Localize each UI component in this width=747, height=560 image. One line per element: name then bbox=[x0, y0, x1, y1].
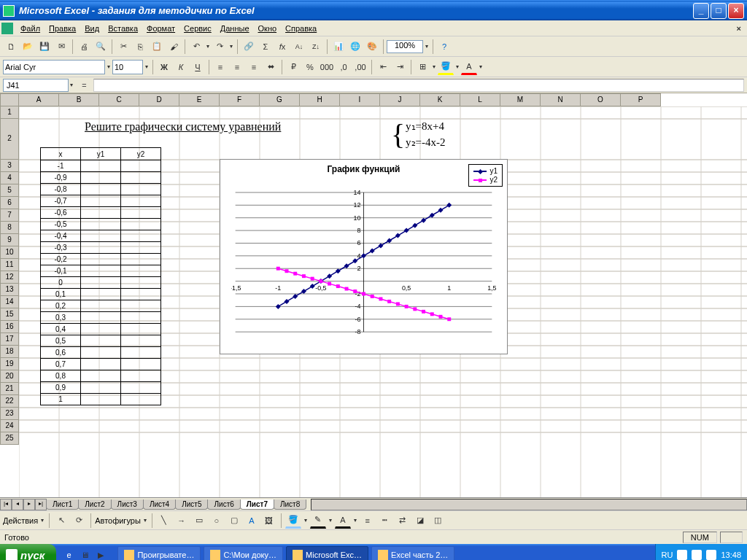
row-header-2[interactable]: 2 bbox=[0, 119, 19, 160]
row-header-6[interactable]: 6 bbox=[0, 197, 19, 209]
function-icon[interactable]: fx bbox=[274, 39, 290, 55]
quick-media-icon[interactable]: ▶ bbox=[93, 547, 109, 560]
col-header-P[interactable]: P bbox=[621, 93, 661, 106]
row-header-20[interactable]: 20 bbox=[0, 370, 19, 383]
font-dd[interactable]: ▾ bbox=[106, 63, 112, 70]
menu-data[interactable]: Данные bbox=[216, 23, 254, 34]
row-header-24[interactable]: 24 bbox=[0, 420, 19, 432]
col-header-A[interactable]: A bbox=[19, 93, 59, 106]
row-header-10[interactable]: 10 bbox=[0, 246, 19, 259]
oval-icon[interactable]: ○ bbox=[209, 513, 225, 529]
open-icon[interactable]: 📂 bbox=[20, 39, 36, 55]
bold-icon[interactable]: Ж bbox=[156, 59, 172, 75]
dec-decimal-icon[interactable]: ,00 bbox=[352, 59, 368, 75]
menu-tools[interactable]: Сервис bbox=[179, 23, 216, 34]
cells-area[interactable]: Решите графически систему уравнений { y₁… bbox=[19, 106, 747, 497]
clipart-icon[interactable]: 🖼 bbox=[261, 513, 277, 529]
language-indicator[interactable]: RU bbox=[662, 551, 673, 559]
taskbar-app-0[interactable]: Проигрывате… bbox=[117, 546, 201, 560]
align-left-icon[interactable]: ≡ bbox=[212, 59, 228, 75]
sheet-tab-Лист4[interactable]: Лист4 bbox=[143, 499, 176, 510]
drawing-actions-menu[interactable]: Действия bbox=[3, 516, 38, 525]
col-header-E[interactable]: E bbox=[179, 93, 220, 106]
row-header-9[interactable]: 9 bbox=[0, 234, 19, 246]
formula-input[interactable] bbox=[93, 79, 744, 92]
arrowstyle-icon[interactable]: ⇄ bbox=[395, 513, 411, 529]
menu-window[interactable]: Окно bbox=[254, 23, 282, 34]
sheet-tab-Лист8[interactable]: Лист8 bbox=[274, 499, 306, 510]
column-headers[interactable]: ABCDEFGHIJKLMNOP bbox=[0, 93, 661, 106]
dec-indent-icon[interactable]: ⇤ bbox=[375, 59, 391, 75]
borders-icon[interactable]: ⊞ bbox=[414, 59, 430, 75]
line-icon[interactable]: ╲ bbox=[156, 513, 172, 529]
row-header-3[interactable]: 3 bbox=[0, 160, 19, 172]
row-header-17[interactable]: 17 bbox=[0, 333, 19, 346]
undo-icon[interactable]: ↶ bbox=[188, 39, 204, 55]
worksheet-grid[interactable]: ABCDEFGHIJKLMNOP 12345678910111213141516… bbox=[0, 93, 747, 497]
close-button[interactable]: × bbox=[728, 3, 744, 19]
menu-help[interactable]: Справка bbox=[281, 23, 321, 34]
taskbar-app-1[interactable]: С:\Мои доку… bbox=[204, 546, 283, 560]
zoom-combo[interactable]: 100% bbox=[387, 40, 423, 53]
size-combo[interactable] bbox=[112, 60, 143, 74]
tray-icon-1[interactable] bbox=[677, 550, 687, 560]
tab-next-icon[interactable]: ▸ bbox=[23, 499, 35, 510]
col-header-I[interactable]: I bbox=[340, 93, 380, 106]
chart-object[interactable]: График функций y1 y2 -8-6-4-22468101214-… bbox=[220, 159, 508, 354]
row-headers[interactable]: 1234567891011121314151617181920212223242… bbox=[0, 106, 19, 445]
format-painter-icon[interactable]: 🖌 bbox=[166, 39, 182, 55]
sheet-tab-Лист6[interactable]: Лист6 bbox=[207, 499, 240, 510]
preview-icon[interactable]: 🔍 bbox=[93, 39, 109, 55]
currency-icon[interactable]: ₽ bbox=[285, 59, 301, 75]
font-color-icon[interactable]: A bbox=[461, 59, 477, 75]
percent-icon[interactable]: % bbox=[302, 59, 318, 75]
col-header-B[interactable]: B bbox=[59, 93, 99, 106]
wordart-icon[interactable]: A bbox=[244, 513, 260, 529]
rectangle-icon[interactable]: ▭ bbox=[191, 513, 207, 529]
quick-ie-icon[interactable]: e bbox=[61, 547, 77, 560]
system-tray[interactable]: RU 13:48 bbox=[655, 544, 747, 560]
start-button[interactable]: пуск bbox=[0, 544, 56, 560]
inc-decimal-icon[interactable]: ,0 bbox=[336, 59, 352, 75]
autoshapes-menu[interactable]: Автофигуры bbox=[95, 516, 141, 525]
copy-icon[interactable]: ⎘ bbox=[132, 39, 148, 55]
3d-icon[interactable]: ◫ bbox=[430, 513, 446, 529]
horizontal-scrollbar[interactable] bbox=[311, 499, 747, 510]
select-all-corner[interactable] bbox=[0, 93, 19, 106]
row-header-5[interactable]: 5 bbox=[0, 184, 19, 197]
fill-color-icon[interactable]: 🪣 bbox=[438, 59, 454, 75]
comma-icon[interactable]: 000 bbox=[319, 59, 335, 75]
inc-indent-icon[interactable]: ⇥ bbox=[392, 59, 408, 75]
sheet-tab-Лист5[interactable]: Лист5 bbox=[175, 499, 208, 510]
select-objects-icon[interactable]: ↖ bbox=[53, 513, 69, 529]
col-header-L[interactable]: L bbox=[460, 93, 500, 106]
align-center-icon[interactable]: ≡ bbox=[229, 59, 245, 75]
data-table[interactable]: xy1y2-1-0,9-0,8-0,7-0,6-0,5-0,4-0,3-0,2-… bbox=[40, 147, 161, 405]
doc-close-button[interactable]: × bbox=[732, 24, 746, 33]
tab-last-icon[interactable]: ▸| bbox=[35, 499, 47, 510]
new-icon[interactable]: 🗋 bbox=[3, 39, 19, 55]
col-header-M[interactable]: M bbox=[500, 93, 541, 106]
tab-first-icon[interactable]: |◂ bbox=[0, 499, 12, 510]
col-header-F[interactable]: F bbox=[220, 93, 260, 106]
row-header-7[interactable]: 7 bbox=[0, 209, 19, 222]
sort-desc-icon[interactable]: Z↓ bbox=[308, 39, 324, 55]
row-header-14[interactable]: 14 bbox=[0, 296, 19, 308]
drawing-icon[interactable]: 🎨 bbox=[364, 39, 380, 55]
menu-file[interactable]: Файл bbox=[16, 23, 44, 34]
cut-icon[interactable]: ✂ bbox=[115, 39, 131, 55]
merge-icon[interactable]: ⬌ bbox=[263, 59, 279, 75]
map-icon[interactable]: 🌐 bbox=[347, 39, 363, 55]
font-combo[interactable] bbox=[3, 60, 105, 74]
autosum-icon[interactable]: Σ bbox=[258, 39, 274, 55]
col-header-J[interactable]: J bbox=[380, 93, 420, 106]
sheet-tab-Лист1[interactable]: Лист1 bbox=[46, 499, 79, 510]
col-header-K[interactable]: K bbox=[420, 93, 460, 106]
line-style-icon[interactable]: ≡ bbox=[360, 513, 376, 529]
row-header-22[interactable]: 22 bbox=[0, 395, 19, 408]
col-header-H[interactable]: H bbox=[300, 93, 340, 106]
italic-icon[interactable]: К bbox=[173, 59, 189, 75]
sort-asc-icon[interactable]: A↓ bbox=[291, 39, 307, 55]
fill-color-icon2[interactable]: 🪣 bbox=[285, 513, 301, 529]
row-header-8[interactable]: 8 bbox=[0, 222, 19, 234]
